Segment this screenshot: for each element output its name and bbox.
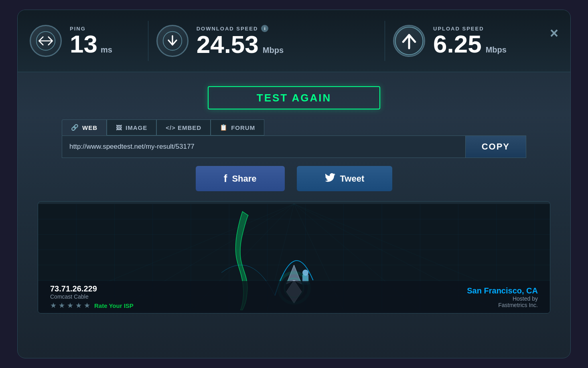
share-tabs: 🔗 WEB 🖼 IMAGE </> EMBED 📋 FORUM — [30, 119, 558, 135]
rate-isp-label[interactable]: Rate Your ISP — [94, 302, 134, 309]
test-again-wrapper: TEST AGAIN — [30, 86, 558, 109]
close-button[interactable]: × — [550, 26, 558, 40]
facebook-icon: f — [224, 172, 227, 185]
tab-image-label: IMAGE — [126, 124, 147, 131]
header-bar: PING 13 ms DOWNLOAD SPEED i — [18, 10, 570, 72]
star-3: ★ — [67, 301, 73, 310]
ping-section: PING 13 ms — [30, 25, 140, 57]
twitter-icon — [325, 173, 335, 184]
download-icon — [156, 25, 189, 57]
copy-button[interactable]: COPY — [465, 136, 526, 158]
main-content: TEST AGAIN 🔗 WEB 🖼 IMAGE </> EMBED 📋 FOR… — [18, 72, 570, 324]
upload-section: UPLOAD SPEED 6.25 Mbps — [393, 25, 558, 57]
upload-text: UPLOAD SPEED 6.25 Mbps — [433, 26, 558, 57]
ping-number: 13 — [70, 32, 97, 57]
isp-name: Comcast Cable — [50, 293, 134, 300]
upload-value-row: 6.25 Mbps — [433, 32, 558, 57]
tab-web-label: WEB — [82, 124, 97, 131]
tab-embed[interactable]: </> EMBED — [156, 119, 211, 135]
tab-forum-label: FORUM — [231, 124, 255, 131]
ping-icon — [30, 25, 62, 57]
star-1: ★ — [50, 301, 57, 310]
url-input[interactable] — [62, 136, 465, 158]
upload-unit: Mbps — [486, 45, 507, 55]
tweet-label: Tweet — [340, 174, 365, 184]
ip-info: 73.71.26.229 Comcast Cable ★ ★ ★ ★ ★ Rat… — [50, 284, 134, 310]
upload-number: 6.25 — [433, 32, 482, 57]
link-icon: 🔗 — [71, 124, 79, 131]
divider-2 — [385, 21, 385, 61]
twitter-tweet-button[interactable]: Tweet — [297, 166, 393, 191]
social-row: f Share Tweet — [30, 166, 558, 191]
test-again-button[interactable]: TEST AGAIN — [208, 86, 380, 109]
star-5: ★ — [84, 301, 90, 310]
map-container: 73.71.26.229 Comcast Cable ★ ★ ★ ★ ★ Rat… — [38, 201, 550, 313]
tab-image[interactable]: 🖼 IMAGE — [107, 119, 156, 135]
tab-forum[interactable]: 📋 FORUM — [211, 119, 264, 135]
star-4: ★ — [75, 301, 82, 310]
ping-value-row: 13 ms — [70, 32, 112, 57]
download-section: DOWNLOAD SPEED i 24.53 Mbps — [156, 25, 377, 57]
download-unit: Mbps — [263, 46, 284, 55]
download-text: DOWNLOAD SPEED i 24.53 Mbps — [197, 25, 377, 57]
ip-address: 73.71.26.229 — [50, 284, 134, 293]
image-icon: 🖼 — [116, 124, 122, 131]
stars-row: ★ ★ ★ ★ ★ Rate Your ISP — [50, 301, 134, 310]
download-value-row: 24.53 Mbps — [197, 32, 377, 57]
star-2: ★ — [59, 301, 65, 310]
url-row: COPY — [62, 135, 526, 158]
provider-name: Fastmetrics Inc. — [467, 302, 538, 308]
footer-info-bar: 73.71.26.229 Comcast Cable ★ ★ ★ ★ ★ Rat… — [38, 281, 550, 313]
share-label: Share — [232, 174, 256, 184]
tab-web[interactable]: 🔗 WEB — [62, 119, 107, 135]
forum-icon: 📋 — [220, 124, 228, 131]
facebook-share-button[interactable]: f Share — [196, 166, 285, 191]
download-number: 24.53 — [197, 32, 259, 57]
tab-embed-label: </> EMBED — [166, 124, 201, 131]
location-info: San Francisco, CA Hosted by Fastmetrics … — [467, 286, 538, 308]
ping-unit: ms — [101, 45, 112, 55]
ping-text: PING 13 ms — [70, 26, 112, 57]
divider-1 — [148, 21, 148, 61]
city-name: San Francisco, CA — [467, 286, 538, 295]
hosted-by: Hosted by — [467, 295, 538, 302]
speedtest-container: PING 13 ms DOWNLOAD SPEED i — [17, 10, 571, 358]
upload-icon — [393, 25, 425, 57]
info-icon[interactable]: i — [261, 25, 268, 32]
